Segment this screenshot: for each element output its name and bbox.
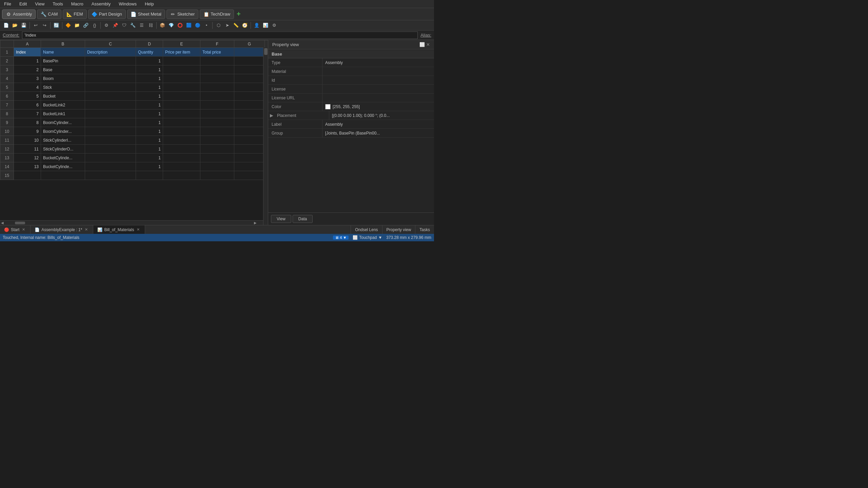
cell-8-E[interactable]	[163, 109, 200, 118]
cell-4-C[interactable]	[85, 74, 136, 83]
dot-btn[interactable]: •	[202, 21, 211, 29]
workbench-sketcher-btn[interactable]: ✏ Sketcher	[166, 9, 198, 19]
tasks-tab[interactable]: Tasks	[415, 225, 434, 234]
cell-10-B[interactable]: BoomCylinder...	[41, 127, 85, 136]
cell-1-F[interactable]: Total price	[200, 48, 234, 57]
cell-13-A[interactable]: 12	[14, 154, 41, 162]
cell-8-B[interactable]: BucketLink1	[41, 109, 85, 118]
shield-btn[interactable]: 🛡	[120, 21, 128, 29]
cell-3-F[interactable]	[200, 65, 234, 74]
pin-btn[interactable]: 📌	[111, 21, 119, 29]
cell-2-A[interactable]: 1	[14, 57, 41, 65]
scrollbar-v-thumb[interactable]	[264, 48, 268, 55]
cell-6-B[interactable]: Bucket	[41, 92, 85, 101]
cell-7-A[interactable]: 6	[14, 101, 41, 109]
cell-7-F[interactable]	[200, 101, 234, 109]
cell-2-B[interactable]: BasePin	[41, 57, 85, 65]
arrow-btn[interactable]: ➤	[223, 21, 231, 29]
cell-15-G[interactable]	[234, 171, 265, 180]
cell-10-D[interactable]: 1	[136, 127, 163, 136]
cell-11-B[interactable]: StickCylinderI...	[41, 136, 85, 145]
menu-edit[interactable]: Edit	[18, 1, 28, 7]
add-workbench-btn[interactable]: +	[235, 10, 242, 18]
cell-6-G[interactable]	[234, 92, 265, 101]
cell-9-F[interactable]	[200, 118, 234, 127]
redo-btn[interactable]: ↪	[40, 21, 48, 29]
link-btn[interactable]: 🔗	[82, 21, 90, 29]
cell-14-A[interactable]: 13	[14, 162, 41, 171]
cell-6-E[interactable]	[163, 92, 200, 101]
property-close-icon[interactable]: ✕	[426, 42, 430, 47]
cell-5-G[interactable]	[234, 83, 265, 92]
menu-assembly[interactable]: Assembly	[90, 1, 112, 7]
cell-8-C[interactable]	[85, 109, 136, 118]
placement-expand-icon[interactable]: ▶	[268, 113, 275, 118]
touchpad-chevron[interactable]: ▼	[378, 235, 382, 240]
scroll-left-arrow[interactable]: ◀	[0, 221, 5, 225]
menu-macro[interactable]: Macro	[70, 1, 85, 7]
graph-btn[interactable]: 📊	[261, 21, 270, 29]
cell-7-G[interactable]	[234, 101, 265, 109]
cell-12-E[interactable]	[163, 145, 200, 154]
cell-15-F[interactable]	[200, 171, 234, 180]
cell-1-C[interactable]: Description	[85, 48, 136, 57]
cell-4-D[interactable]: 1	[136, 74, 163, 83]
cell-1-D[interactable]: Quantity	[136, 48, 163, 57]
cell-8-A[interactable]: 7	[14, 109, 41, 118]
view-tab[interactable]: View	[271, 215, 291, 223]
cell-8-F[interactable]	[200, 109, 234, 118]
cell-7-D[interactable]: 1	[136, 101, 163, 109]
cell-10-C[interactable]	[85, 127, 136, 136]
cell-13-F[interactable]	[200, 154, 234, 162]
code-btn[interactable]: {}	[91, 21, 99, 29]
col-header-h[interactable]: H	[265, 40, 268, 48]
refresh-btn[interactable]: 🔄	[52, 21, 60, 29]
cell-10-G[interactable]	[234, 127, 265, 136]
workbench-cam-btn[interactable]: 🔧 CAM	[37, 9, 61, 19]
status-badge-chevron[interactable]: ▼	[343, 236, 347, 240]
tab-assembly[interactable]: 📄 AssemblyExample : 1* ✕	[31, 225, 93, 234]
col-header-d[interactable]: D	[136, 40, 163, 48]
cell-3-G[interactable]	[234, 65, 265, 74]
cell-10-F[interactable]	[200, 127, 234, 136]
tab-assembly-close[interactable]: ✕	[84, 227, 89, 232]
cell-6-C[interactable]	[85, 92, 136, 101]
cell-15-D[interactable]	[136, 171, 163, 180]
cell-2-G[interactable]	[234, 57, 265, 65]
cell-14-G[interactable]	[234, 162, 265, 171]
cell-10-E[interactable]	[163, 127, 200, 136]
menu-windows[interactable]: Windows	[117, 1, 138, 7]
col-header-b[interactable]: B	[41, 40, 85, 48]
tab-bom[interactable]: 📊 Bill_of_Materials ✕	[93, 225, 145, 234]
cell-3-C[interactable]	[85, 65, 136, 74]
person-btn[interactable]: 👤	[253, 21, 261, 29]
cell-2-C[interactable]	[85, 57, 136, 65]
cell-7-B[interactable]: BucketLink2	[41, 101, 85, 109]
menu-view[interactable]: View	[34, 1, 46, 7]
folder-btn[interactable]: 📁	[73, 21, 81, 29]
cell-4-E[interactable]	[163, 74, 200, 83]
property-view-tab[interactable]: Property view	[382, 225, 415, 234]
cell-12-B[interactable]: StickCylinderO...	[41, 145, 85, 154]
workbench-sheetmetal-btn[interactable]: 📄 Sheet Metal	[127, 9, 165, 19]
cell-3-E[interactable]	[163, 65, 200, 74]
list-btn[interactable]: ☰	[138, 21, 146, 29]
measure-btn[interactable]: 📏	[232, 21, 240, 29]
cell-11-E[interactable]	[163, 136, 200, 145]
cell-15-B[interactable]	[41, 171, 85, 180]
cell-11-D[interactable]: 1	[136, 136, 163, 145]
chain-btn[interactable]: ⛓	[146, 21, 155, 29]
cell-4-A[interactable]: 3	[14, 74, 41, 83]
cell-15-A[interactable]	[14, 171, 41, 180]
cell-8-G[interactable]	[234, 109, 265, 118]
cell-10-A[interactable]: 9	[14, 127, 41, 136]
col-header-g[interactable]: G	[234, 40, 265, 48]
cell-3-B[interactable]: Base	[41, 65, 85, 74]
cell-7-E[interactable]	[163, 101, 200, 109]
cell-11-G[interactable]	[234, 136, 265, 145]
cell-13-B[interactable]: BucketCylinde...	[41, 154, 85, 162]
cell-7-C[interactable]	[85, 101, 136, 109]
cell-5-A[interactable]: 4	[14, 83, 41, 92]
cell-11-A[interactable]: 10	[14, 136, 41, 145]
menu-help[interactable]: Help	[143, 1, 155, 7]
